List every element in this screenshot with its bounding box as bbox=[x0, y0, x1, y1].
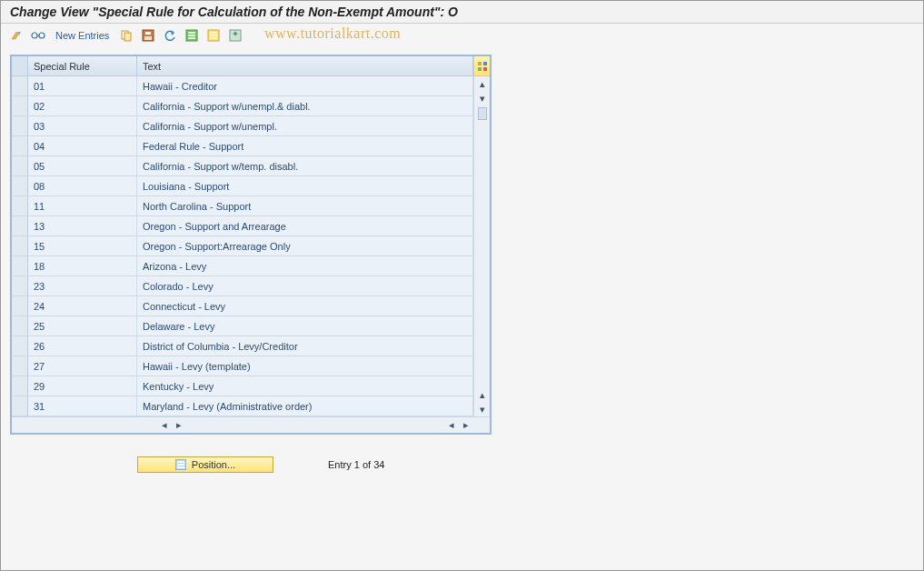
cell-text[interactable]: Hawaii - Creditor bbox=[137, 76, 473, 95]
cell-text[interactable]: Arizona - Levy bbox=[137, 256, 473, 275]
row-selector[interactable] bbox=[12, 376, 28, 396]
cell-text[interactable]: Oregon - Support and Arrearage bbox=[137, 216, 473, 235]
row-selector[interactable] bbox=[12, 256, 28, 275]
data-table: Special Rule Text 01Hawaii - Creditor02C… bbox=[10, 55, 492, 435]
cell-special-rule[interactable]: 02 bbox=[28, 96, 137, 115]
table-row: 04Federal Rule - Support bbox=[12, 136, 473, 156]
row-selector[interactable] bbox=[12, 216, 28, 235]
cell-special-rule[interactable]: 25 bbox=[28, 316, 137, 336]
row-selector[interactable] bbox=[12, 136, 28, 155]
cell-text[interactable]: Oregon - Support:Arrearage Only bbox=[137, 236, 473, 255]
row-selector[interactable] bbox=[12, 296, 28, 316]
cell-text[interactable]: Maryland - Levy (Administrative order) bbox=[137, 396, 473, 416]
hscroll-right-icon[interactable]: ▸ bbox=[172, 419, 186, 431]
cell-special-rule[interactable]: 15 bbox=[28, 236, 137, 255]
cell-text[interactable]: Federal Rule - Support bbox=[137, 136, 473, 155]
watermark-text: www.tutorialkart.com bbox=[264, 25, 401, 42]
undo-icon[interactable] bbox=[162, 27, 178, 44]
cell-text[interactable]: Colorado - Levy bbox=[137, 276, 473, 296]
row-selector[interactable] bbox=[12, 196, 28, 215]
cell-special-rule[interactable]: 08 bbox=[28, 176, 137, 195]
row-selector[interactable] bbox=[12, 116, 28, 135]
horizontal-scrollbar[interactable]: ◂ ▸ ◂ ▸ bbox=[12, 416, 490, 433]
row-selector[interactable] bbox=[12, 156, 28, 175]
row-selector[interactable] bbox=[12, 336, 28, 356]
svg-rect-13 bbox=[210, 35, 217, 36]
table-row: 29Kentucky - Levy bbox=[12, 376, 473, 396]
row-selector-header[interactable] bbox=[12, 56, 28, 75]
svg-rect-14 bbox=[210, 37, 217, 39]
svg-point-0 bbox=[32, 33, 37, 38]
row-selector[interactable] bbox=[12, 356, 28, 376]
position-button[interactable]: Position... bbox=[137, 456, 273, 473]
cell-special-rule[interactable]: 18 bbox=[28, 256, 137, 275]
new-entries-button[interactable]: New Entries bbox=[52, 30, 113, 41]
cell-special-rule[interactable]: 13 bbox=[28, 216, 137, 235]
hscroll-left-icon[interactable]: ◂ bbox=[157, 419, 172, 431]
hscroll-left2-icon[interactable]: ◂ bbox=[444, 419, 459, 431]
table-row: 02California - Support w/unempl.& diabl. bbox=[12, 96, 473, 116]
save-variant-icon[interactable] bbox=[140, 27, 156, 44]
cell-special-rule[interactable]: 01 bbox=[28, 76, 137, 95]
svg-rect-6 bbox=[144, 36, 152, 40]
cell-text[interactable]: North Carolina - Support bbox=[137, 196, 473, 215]
scroll-up-small-icon[interactable]: ▴ bbox=[474, 387, 490, 402]
cell-special-rule[interactable]: 31 bbox=[28, 396, 137, 416]
copy-icon[interactable] bbox=[118, 27, 134, 44]
table-row: 03California - Support w/unempl. bbox=[12, 116, 473, 136]
cell-text[interactable]: California - Support w/temp. disabl. bbox=[137, 156, 473, 175]
row-selector[interactable] bbox=[12, 236, 28, 255]
scroll-down-icon[interactable]: ▾ bbox=[474, 402, 490, 416]
cell-text[interactable]: Connecticut - Levy bbox=[137, 296, 473, 316]
deselect-all-icon[interactable] bbox=[205, 27, 222, 44]
svg-rect-19 bbox=[483, 67, 487, 71]
cell-special-rule[interactable]: 05 bbox=[28, 156, 137, 175]
footer: Position... Entry 1 of 34 bbox=[137, 456, 923, 473]
toggle-display-icon[interactable] bbox=[8, 27, 25, 44]
cell-special-rule[interactable]: 29 bbox=[28, 376, 137, 396]
row-selector[interactable] bbox=[12, 316, 28, 336]
cell-special-rule[interactable]: 27 bbox=[28, 356, 137, 376]
cell-special-rule[interactable]: 26 bbox=[28, 336, 137, 356]
table-row: 25Delaware - Levy bbox=[12, 316, 473, 336]
cell-text[interactable]: Hawaii - Levy (template) bbox=[137, 356, 473, 376]
column-header-special-rule[interactable]: Special Rule bbox=[28, 56, 137, 75]
scroll-thumb[interactable] bbox=[478, 107, 487, 120]
svg-point-1 bbox=[39, 33, 45, 38]
cell-special-rule[interactable]: 23 bbox=[28, 276, 137, 296]
table-row: 23Colorado - Levy bbox=[12, 276, 473, 296]
row-selector[interactable] bbox=[12, 96, 28, 115]
select-all-icon[interactable] bbox=[184, 27, 200, 44]
row-selector[interactable] bbox=[12, 76, 28, 95]
cell-special-rule[interactable]: 04 bbox=[28, 136, 137, 155]
vertical-scrollbar[interactable]: ▴ ▾ ▴ ▾ bbox=[473, 76, 490, 416]
svg-rect-10 bbox=[188, 37, 195, 39]
cell-text[interactable]: Louisiana - Support bbox=[137, 176, 473, 195]
cell-text[interactable]: California - Support w/unempl.& diabl. bbox=[137, 96, 473, 115]
cell-special-rule[interactable]: 11 bbox=[28, 196, 137, 215]
scroll-down-small-icon[interactable]: ▾ bbox=[474, 91, 490, 105]
cell-text[interactable]: Delaware - Levy bbox=[137, 316, 473, 336]
hscroll-right2-icon[interactable]: ▸ bbox=[459, 419, 473, 431]
table-row: 11North Carolina - Support bbox=[12, 196, 473, 216]
glasses-icon[interactable] bbox=[30, 27, 46, 44]
cell-text[interactable]: Kentucky - Levy bbox=[137, 376, 473, 396]
scroll-up-icon[interactable]: ▴ bbox=[474, 76, 490, 91]
cell-special-rule[interactable]: 03 bbox=[28, 116, 137, 135]
svg-rect-8 bbox=[188, 32, 195, 34]
page-title: Change View "Special Rule for Calculatio… bbox=[1, 1, 923, 24]
table-settings-icon[interactable] bbox=[227, 27, 243, 44]
row-selector[interactable] bbox=[12, 176, 28, 195]
table-row: 08Louisiana - Support bbox=[12, 176, 473, 196]
svg-rect-23 bbox=[177, 466, 184, 468]
row-selector[interactable] bbox=[12, 396, 28, 416]
svg-rect-21 bbox=[177, 461, 184, 463]
cell-text[interactable]: District of Columbia - Levy/Creditor bbox=[137, 336, 473, 356]
cell-special-rule[interactable]: 24 bbox=[28, 296, 137, 316]
row-selector[interactable] bbox=[12, 276, 28, 296]
svg-rect-3 bbox=[124, 33, 131, 41]
cell-text[interactable]: California - Support w/unempl. bbox=[137, 116, 473, 135]
column-header-text[interactable]: Text bbox=[137, 56, 473, 75]
table-config-icon[interactable] bbox=[473, 56, 490, 75]
svg-rect-17 bbox=[483, 62, 487, 65]
